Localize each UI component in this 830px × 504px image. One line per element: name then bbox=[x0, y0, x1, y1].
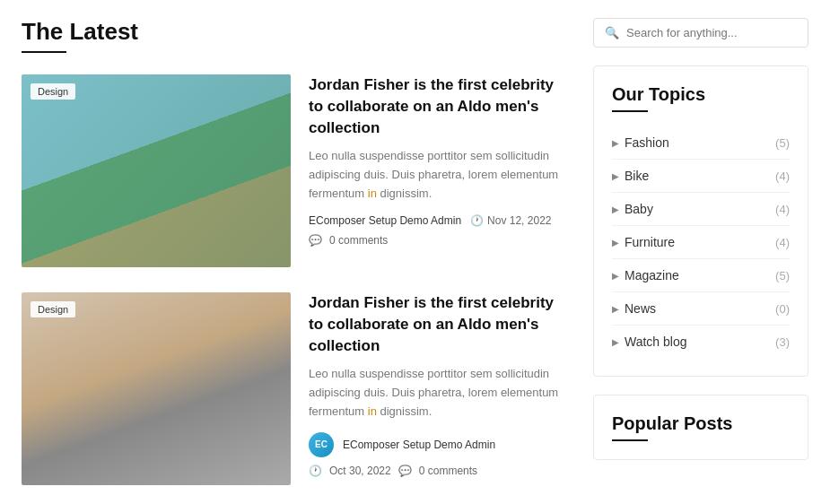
article-title[interactable]: Jordan Fisher is the first celebrity to … bbox=[309, 292, 564, 356]
title-underline bbox=[22, 51, 66, 53]
article-image-wrap: Design bbox=[22, 74, 291, 267]
topic-left: ▶ Fashion bbox=[612, 135, 669, 150]
topic-item[interactable]: ▶ Bike (4) bbox=[612, 160, 790, 193]
topic-item[interactable]: ▶ Furniture (4) bbox=[612, 226, 790, 259]
topic-item[interactable]: ▶ Fashion (5) bbox=[612, 126, 790, 160]
topic-name: Magazine bbox=[625, 268, 679, 282]
article-image bbox=[22, 292, 291, 485]
topic-arrow-icon: ▶ bbox=[612, 238, 619, 248]
popular-posts-title: Popular Posts bbox=[612, 413, 790, 434]
sidebar: 🔍 Our Topics ▶ Fashion (5) ▶ Bike (4) ▶ … bbox=[593, 18, 808, 504]
topic-count: (3) bbox=[775, 335, 790, 349]
article-title[interactable]: Jordan Fisher is the first celebrity to … bbox=[309, 74, 564, 138]
topic-name: Bike bbox=[625, 169, 649, 183]
article-author: EComposer Setup Demo Admin bbox=[343, 439, 495, 451]
comment-icon: 💬 bbox=[309, 234, 322, 247]
topic-count: (5) bbox=[775, 136, 790, 150]
topic-arrow-icon: ▶ bbox=[612, 337, 619, 347]
article-meta-row1: EC EComposer Setup Demo Admin bbox=[309, 432, 564, 457]
comments-row: 💬 0 comments bbox=[309, 234, 564, 247]
topic-arrow-icon: ▶ bbox=[612, 271, 619, 281]
topic-item[interactable]: ▶ News (0) bbox=[612, 292, 790, 326]
article-date: 🕐 Nov 12, 2022 bbox=[470, 214, 551, 227]
article-badge[interactable]: Design bbox=[31, 301, 75, 317]
article-excerpt: Leo nulla suspendisse porttitor sem soll… bbox=[309, 147, 564, 203]
topic-name: Baby bbox=[625, 202, 653, 216]
popular-posts-underline bbox=[612, 439, 648, 441]
clock-icon: 🕐 bbox=[309, 465, 322, 477]
author-avatar: EC bbox=[309, 432, 334, 457]
topic-left: ▶ Bike bbox=[612, 169, 649, 183]
topic-name: Watch blog bbox=[625, 335, 687, 349]
main-content: The Latest Design Jordan Fisher is the f… bbox=[22, 18, 564, 504]
topic-name: Furniture bbox=[625, 235, 675, 249]
article-author: EComposer Setup Demo Admin bbox=[309, 214, 461, 227]
topic-left: ▶ News bbox=[612, 301, 656, 316]
topic-left: ▶ Furniture bbox=[612, 235, 675, 249]
article-date: Oct 30, 2022 bbox=[329, 465, 391, 477]
article-comments: 0 comments bbox=[329, 234, 388, 247]
topic-item[interactable]: ▶ Baby (4) bbox=[612, 193, 790, 226]
topic-count: (0) bbox=[775, 302, 790, 316]
topic-left: ▶ Magazine bbox=[612, 268, 679, 282]
search-input[interactable] bbox=[626, 26, 797, 39]
page-title: The Latest bbox=[22, 18, 564, 46]
article-meta-row2: 🕐 Oct 30, 2022 💬 0 comments bbox=[309, 465, 564, 477]
articles-container: Design Jordan Fisher is the first celebr… bbox=[22, 74, 564, 485]
search-icon: 🔍 bbox=[605, 26, 619, 39]
topic-count: (5) bbox=[775, 269, 790, 282]
comment-icon: 💬 bbox=[398, 465, 412, 477]
topic-left: ▶ Baby bbox=[612, 202, 653, 216]
topic-left: ▶ Watch blog bbox=[612, 335, 687, 349]
topics-title-underline bbox=[612, 110, 648, 112]
article-meta: EComposer Setup Demo Admin 🕐 Nov 12, 202… bbox=[309, 214, 564, 227]
article-image-wrap: Design bbox=[22, 292, 291, 485]
article-body: Jordan Fisher is the first celebrity to … bbox=[309, 74, 564, 247]
topic-arrow-icon: ▶ bbox=[612, 138, 619, 148]
topic-count: (4) bbox=[775, 203, 790, 216]
article-card: Design Jordan Fisher is the first celebr… bbox=[22, 74, 564, 267]
article-body: Jordan Fisher is the first celebrity to … bbox=[309, 292, 564, 477]
article-card: Design Jordan Fisher is the first celebr… bbox=[22, 292, 564, 485]
search-box[interactable]: 🔍 bbox=[593, 18, 808, 48]
topic-count: (4) bbox=[775, 169, 790, 183]
topic-count: (4) bbox=[775, 236, 790, 249]
topic-arrow-icon: ▶ bbox=[612, 204, 619, 214]
topics-title: Our Topics bbox=[612, 84, 790, 105]
topic-arrow-icon: ▶ bbox=[612, 171, 619, 181]
topics-card: Our Topics ▶ Fashion (5) ▶ Bike (4) ▶ Ba… bbox=[593, 65, 808, 377]
article-excerpt: Leo nulla suspendisse porttitor sem soll… bbox=[309, 365, 564, 421]
topic-name: Fashion bbox=[625, 135, 669, 150]
popular-posts-card: Popular Posts bbox=[593, 395, 808, 460]
clock-icon: 🕐 bbox=[470, 214, 484, 227]
topics-list: ▶ Fashion (5) ▶ Bike (4) ▶ Baby (4) ▶ Fu… bbox=[612, 126, 790, 358]
article-badge[interactable]: Design bbox=[31, 83, 75, 100]
topic-arrow-icon: ▶ bbox=[612, 304, 619, 314]
article-comments: 0 comments bbox=[419, 465, 477, 477]
topic-item[interactable]: ▶ Watch blog (3) bbox=[612, 326, 790, 358]
article-image bbox=[22, 74, 291, 267]
topic-name: News bbox=[625, 301, 656, 316]
page-wrapper: The Latest Design Jordan Fisher is the f… bbox=[0, 0, 830, 504]
topic-item[interactable]: ▶ Magazine (5) bbox=[612, 259, 790, 292]
